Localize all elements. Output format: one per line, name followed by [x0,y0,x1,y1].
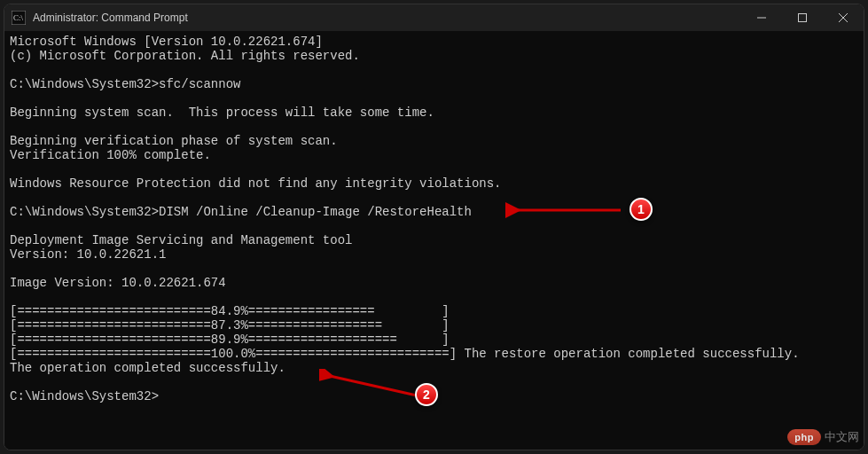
svg-rect-3 [799,14,807,22]
terminal-line: Beginning verification phase of system s… [10,134,858,148]
terminal-line: [==========================89.9%========… [10,333,858,347]
terminal-line: Microsoft Windows [Version 10.0.22621.67… [10,35,858,49]
minimize-button[interactable] [741,4,782,31]
close-button[interactable] [823,4,864,31]
terminal-line: Verification 100% complete. [10,148,858,162]
svg-text:C:\: C:\ [13,13,24,22]
terminal-line: Deployment Image Servicing and Managemen… [10,233,858,247]
terminal-line: Image Version: 10.0.22621.674 [10,276,858,290]
watermark: php 中文网 [787,429,859,445]
terminal-line: C:\Windows\System32>sfc/scannow [10,77,858,91]
terminal-line [10,375,858,389]
window-title: Administrator: Command Prompt [33,12,741,24]
window-controls [741,4,864,31]
terminal-line [10,219,858,233]
terminal-line [10,63,858,77]
terminal-line [10,290,858,304]
app-icon: C:\ [12,11,26,25]
terminal-line: Windows Resource Protection did not find… [10,176,858,191]
terminal-line: Beginning system scan. This process will… [10,106,858,120]
terminal-line: C:\Windows\System32>DISM /Online /Cleanu… [10,205,858,219]
terminal-line: [==========================84.9%========… [10,304,858,318]
terminal-output[interactable]: Microsoft Windows [Version 10.0.22621.67… [4,31,864,450]
watermark-text: 中文网 [825,429,859,445]
command-prompt-window: C:\ Administrator: Command Prompt Micros… [4,4,864,450]
maximize-button[interactable] [782,4,823,31]
titlebar[interactable]: C:\ Administrator: Command Prompt [4,4,864,31]
terminal-line [10,120,858,134]
terminal-line: Version: 10.0.22621.1 [10,247,858,262]
terminal-line: (c) Microsoft Corporation. All rights re… [10,49,858,63]
terminal-line [10,91,858,106]
terminal-line [10,262,858,276]
terminal-line [10,191,858,205]
terminal-line: The operation completed successfully. [10,361,858,375]
terminal-line [10,162,858,176]
watermark-badge: php [787,429,821,445]
terminal-line: C:\Windows\System32> [10,389,858,403]
terminal-line: [==========================87.3%========… [10,318,858,333]
terminal-line: [==========================100.0%=======… [10,347,858,361]
